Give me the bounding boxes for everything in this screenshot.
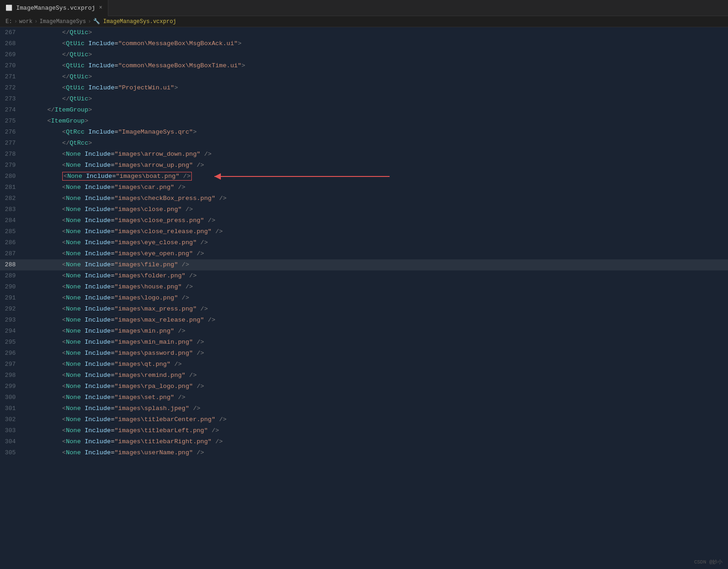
table-row: 268 <QtUic Include="common\MessageBox\Ms… — [0, 38, 728, 49]
table-row: 296 <None Include="images\password.png" … — [0, 348, 728, 359]
line-content: <QtUic Include="common\MessageBox\MsgBox… — [23, 60, 728, 71]
line-content: </QtUic> — [23, 71, 728, 82]
line-number: 274 — [0, 105, 23, 116]
line-content: <None Include="images\max_release.png" /… — [23, 315, 728, 326]
line-content: </ItemGroup> — [23, 105, 728, 116]
line-number: 304 — [0, 436, 23, 447]
table-row: 272 <QtUic Include="ProjectWin.ui"> — [0, 82, 728, 94]
line-number: 277 — [0, 138, 23, 149]
line-content: <None Include="images\set.png" /> — [23, 392, 728, 403]
line-content: <None Include="images\min_main.png" /> — [23, 337, 728, 348]
line-content: <None Include="images\close_release.png"… — [23, 226, 728, 237]
tab-close-button[interactable]: × — [99, 5, 102, 11]
line-number: 291 — [0, 293, 23, 304]
line-number: 296 — [0, 348, 23, 359]
table-row: 295 <None Include="images\min_main.png" … — [0, 337, 728, 348]
watermark: CSDN @妙小 — [694, 558, 722, 565]
line-number: 273 — [0, 94, 23, 105]
table-row: 297 <None Include="images\qt.png" /> — [0, 359, 728, 370]
table-row: 269 </QtUic> — [0, 49, 728, 60]
line-number: 297 — [0, 359, 23, 370]
table-row: 278 <None Include="images\arrow_down.png… — [0, 149, 728, 160]
table-row: 267 </QtUic> — [0, 27, 728, 38]
file-icon: ⬜ — [6, 5, 12, 12]
line-number: 271 — [0, 71, 23, 82]
table-row: 305 <None Include="images\userName.png" … — [0, 447, 728, 458]
table-row: 271 </QtUic> — [0, 71, 728, 82]
line-number: 275 — [0, 116, 23, 127]
breadcrumb-drive: E: — [6, 18, 12, 25]
line-content: <None Include="images\titlebarCenter.png… — [23, 414, 728, 425]
line-content: <None Include="images\folder.png" /> — [23, 270, 728, 282]
table-row: 285 <None Include="images\close_release.… — [0, 226, 728, 237]
table-row: 287 <None Include="images\eye_open.png" … — [0, 248, 728, 259]
line-number: 268 — [0, 38, 23, 49]
line-content: <QtUic Include="common\MessageBox\MsgBox… — [23, 38, 728, 49]
line-content: <None Include="images\eye_close.png" /> — [23, 237, 728, 248]
line-content: <None Include="images\userName.png" /> — [23, 447, 728, 458]
table-row: 282 <None Include="images\checkBox_press… — [0, 193, 728, 204]
line-content: <None Include="images\file.png" /> — [23, 259, 728, 270]
line-number: 301 — [0, 403, 23, 414]
line-content: <None Include="images\eye_open.png" /> — [23, 248, 728, 259]
line-number: 272 — [0, 82, 23, 94]
table-row: 289 <None Include="images\folder.png" /> — [0, 270, 728, 282]
breadcrumb-work: work — [19, 18, 33, 25]
line-number: 295 — [0, 337, 23, 348]
line-content: <None Include="images\max_press.png" /> — [23, 304, 728, 315]
line-content: </QtRcc> — [23, 138, 728, 149]
line-number: 289 — [0, 270, 23, 282]
table-row: 276 <QtRcc Include="ImageManageSys.qrc"> — [0, 127, 728, 138]
table-row: 280 <None Include="images\boat.png" /> — [0, 171, 728, 182]
line-content: <None Include="images\rpa_logo.png" /> — [23, 381, 728, 392]
line-content: <None Include="images\qt.png" /> — [23, 359, 728, 370]
table-row: 304 <None Include="images\titlebarRight.… — [0, 436, 728, 447]
line-number: 279 — [0, 160, 23, 171]
line-content: <None Include="images\close.png" /> — [23, 204, 728, 215]
line-content: <None Include="images\arrow_down.png" /> — [23, 149, 728, 160]
line-content: <ItemGroup> — [23, 116, 728, 127]
line-number: 293 — [0, 315, 23, 326]
editor-tab[interactable]: ⬜ ImageManageSys.vcxproj × — [0, 0, 108, 16]
line-content: <None Include="images\titlebarRight.png"… — [23, 436, 728, 447]
line-number: 303 — [0, 425, 23, 436]
table-row: 300 <None Include="images\set.png" /> — [0, 392, 728, 403]
line-content: <None Include="images\close_press.png" /… — [23, 215, 728, 226]
line-content: <None Include="images\remind.png" /> — [23, 370, 728, 381]
table-row: 284 <None Include="images\close_press.pn… — [0, 215, 728, 226]
table-row: 277 </QtRcc> — [0, 138, 728, 149]
table-row: 286 <None Include="images\eye_close.png"… — [0, 237, 728, 248]
line-content: </QtUic> — [23, 94, 728, 105]
table-row: 293 <None Include="images\max_release.pn… — [0, 315, 728, 326]
table-row: 298 <None Include="images\remind.png" /> — [0, 370, 728, 381]
table-row: 288 <None Include="images\file.png" /> — [0, 259, 728, 270]
line-content: <None Include="images\house.png" /> — [23, 282, 728, 293]
line-number: 269 — [0, 49, 23, 60]
line-number: 283 — [0, 204, 23, 215]
line-content: <None Include="images\car.png" /> — [23, 182, 728, 193]
table-row: 299 <None Include="images\rpa_logo.png" … — [0, 381, 728, 392]
table-row: 274 </ItemGroup> — [0, 105, 728, 116]
table-row: 273 </QtUic> — [0, 94, 728, 105]
line-number: 288 — [0, 259, 23, 270]
line-content: <QtUic Include="ProjectWin.ui"> — [23, 82, 728, 94]
code-editor: 267 </QtUic>268 <QtUic Include="common\M… — [0, 27, 728, 458]
line-number: 285 — [0, 226, 23, 237]
line-content: <None Include="images\min.png" /> — [23, 326, 728, 337]
line-content: <None Include="images\password.png" /> — [23, 348, 728, 359]
line-content: <QtRcc Include="ImageManageSys.qrc"> — [23, 127, 728, 138]
line-number: 290 — [0, 282, 23, 293]
table-row: 303 <None Include="images\titlebarLeft.p… — [0, 425, 728, 436]
table-row: 270 <QtUic Include="common\MessageBox\Ms… — [0, 60, 728, 71]
line-content: <None Include="images\checkBox_press.png… — [23, 193, 728, 204]
line-content: </QtUic> — [23, 49, 728, 60]
line-number: 281 — [0, 182, 23, 193]
line-content: <None Include="images\splash.jpeg" /> — [23, 403, 728, 414]
table-row: 281 <None Include="images\car.png" /> — [0, 182, 728, 193]
line-number: 280 — [0, 171, 23, 182]
line-number: 294 — [0, 326, 23, 337]
table-row: 302 <None Include="images\titlebarCenter… — [0, 414, 728, 425]
breadcrumb-project: ImageManageSys — [40, 18, 86, 25]
line-content: <None Include="images\boat.png" /> — [23, 171, 728, 182]
table-row: 279 <None Include="images\arrow_up.png" … — [0, 160, 728, 171]
